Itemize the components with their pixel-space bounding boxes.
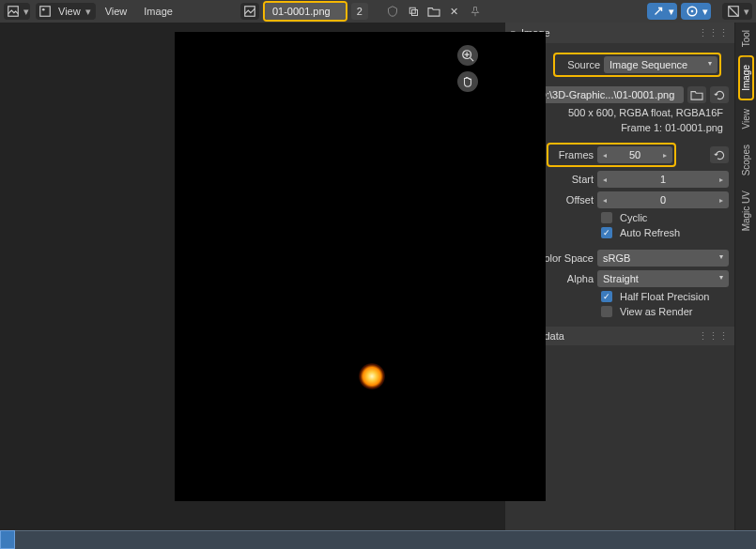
frames-label: Frames <box>550 149 594 160</box>
close-icon[interactable]: ✕ <box>445 3 464 20</box>
chevron-down-icon: ▾ <box>668 6 675 18</box>
picture-icon <box>36 3 54 20</box>
tab-magic-uv[interactable]: Magic UV <box>738 183 754 238</box>
image-name-field[interactable]: 01-0001.png <box>265 3 346 20</box>
drag-handle-icon[interactable]: ⋮⋮⋮ <box>698 27 729 39</box>
cyclic-label: Cyclic <box>620 212 647 223</box>
svg-rect-4 <box>409 8 415 13</box>
offset-value: 0 <box>660 194 666 206</box>
pan-button[interactable] <box>457 71 478 92</box>
svg-rect-1 <box>40 7 51 17</box>
left-arrow-icon[interactable]: ◂ <box>603 175 607 184</box>
tab-image[interactable]: Image <box>740 57 752 99</box>
source-label: Source <box>557 59 600 70</box>
start-input[interactable]: ◂ 1 ▸ <box>597 171 729 188</box>
filename-highlight: 01-0001.png <box>263 1 347 22</box>
start-value: 1 <box>660 174 666 185</box>
view-menu[interactable]: View <box>98 6 135 17</box>
cyclic-checkbox[interactable] <box>601 212 612 223</box>
magnet-icon <box>683 3 702 20</box>
tab-scopes[interactable]: Scopes <box>738 137 754 183</box>
offset-input[interactable]: ◂ 0 ▸ <box>597 191 729 208</box>
image-tab-highlight: Image <box>738 55 754 100</box>
half-float-label: Half Float Precision <box>620 291 709 302</box>
alpha-dropdown[interactable]: Straight <box>597 270 729 287</box>
left-arrow-icon[interactable]: ◂ <box>603 196 607 205</box>
svg-rect-5 <box>411 10 417 16</box>
tab-tool[interactable]: Tool <box>738 23 754 54</box>
editor-type-dropdown[interactable]: ▾ <box>4 3 30 20</box>
view-as-render-checkbox[interactable] <box>601 306 612 317</box>
right-arrow-icon[interactable]: ▸ <box>663 151 667 160</box>
frames-highlight: Frames ◂ 50 ▸ <box>547 143 676 167</box>
playhead[interactable] <box>0 530 15 549</box>
pin-icon[interactable] <box>466 3 485 20</box>
mode-label: View <box>54 6 85 17</box>
frames-input[interactable]: ◂ 50 ▸ <box>597 146 672 163</box>
source-value: Image Sequence <box>609 59 687 70</box>
svg-rect-0 <box>8 7 19 17</box>
shield-icon[interactable] <box>383 3 402 20</box>
user-count-button[interactable]: 2 <box>351 3 368 20</box>
open-folder-icon[interactable] <box>424 3 443 20</box>
image-icon <box>240 3 259 20</box>
chevron-down-icon: ▾ <box>23 6 30 18</box>
svg-point-7 <box>691 10 694 13</box>
auto-refresh-checkbox[interactable] <box>601 227 612 238</box>
drag-handle-icon[interactable]: ⋮⋮⋮ <box>698 330 729 343</box>
image-menu[interactable]: Image <box>136 6 180 17</box>
image-name-text: 01-0001.png <box>272 6 331 17</box>
mode-dropdown[interactable]: View ▾ <box>36 3 96 20</box>
image-datablock-icon[interactable] <box>240 3 259 20</box>
snap-dropdown[interactable]: ▾ <box>681 3 711 20</box>
filepath-text: D:\3D-Graphic...\01-0001.png <box>539 89 674 100</box>
half-float-checkbox[interactable] <box>601 291 612 302</box>
display-channels-dropdown[interactable]: ▾ <box>722 3 752 20</box>
svg-point-2 <box>42 8 45 11</box>
arrow-corner-icon <box>649 3 668 20</box>
chevron-down-icon: ▾ <box>702 6 709 18</box>
source-dropdown[interactable]: Image Sequence <box>604 56 717 73</box>
frames-value: 50 <box>629 149 640 160</box>
editor-header: ▾ View ▾ View Image 01-0001.png 2 <box>0 0 756 23</box>
source-highlight: Source Image Sequence <box>553 53 721 77</box>
image-content <box>359 363 385 389</box>
chevron-down-icon: ▾ <box>85 6 92 18</box>
auto-refresh-label: Auto Refresh <box>620 227 680 238</box>
timeline-track[interactable] <box>15 530 756 549</box>
side-tabs: Tool Image View Scopes Magic UV <box>734 23 756 530</box>
color-space-value: sRGB <box>603 252 630 264</box>
image-viewer[interactable] <box>0 23 504 530</box>
channels-icon <box>724 3 743 20</box>
color-space-dropdown[interactable]: sRGB <box>597 250 729 267</box>
svg-rect-3 <box>245 7 255 17</box>
view-as-render-label: View as Render <box>620 306 692 317</box>
match-length-button[interactable] <box>710 146 729 163</box>
left-arrow-icon[interactable]: ◂ <box>603 151 607 160</box>
duplicate-icon[interactable] <box>404 3 423 20</box>
image-canvas <box>175 32 546 501</box>
reload-button[interactable] <box>710 86 729 103</box>
uv-tool-dropdown[interactable]: ▾ <box>647 3 677 20</box>
right-arrow-icon[interactable]: ▸ <box>719 196 723 205</box>
filepath-field[interactable]: D:\3D-Graphic...\01-0001.png <box>533 86 684 103</box>
image-editor-icon <box>4 3 23 20</box>
open-file-button[interactable] <box>687 86 706 103</box>
right-arrow-icon[interactable]: ▸ <box>719 175 723 184</box>
tab-view[interactable]: View <box>738 101 754 137</box>
chevron-down-icon: ▾ <box>743 6 750 18</box>
zoom-in-button[interactable] <box>457 45 478 66</box>
alpha-value: Straight <box>603 273 639 284</box>
timeline-bar[interactable] <box>0 530 756 549</box>
